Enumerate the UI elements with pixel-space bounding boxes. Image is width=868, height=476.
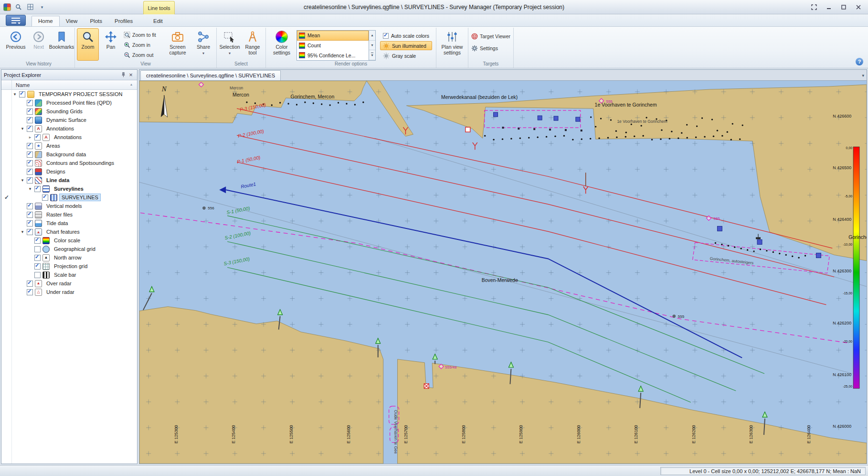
scroll-up-icon[interactable]	[369, 31, 375, 41]
share-button[interactable]: Share	[192, 28, 214, 61]
zoom-button[interactable]: Zoom	[77, 28, 99, 61]
visibility-checkbox[interactable]	[27, 281, 33, 287]
tree-item-north-arrow[interactable]: North arrow	[1, 253, 137, 262]
app-logo-icon[interactable]	[3, 3, 11, 11]
tree-item-areas[interactable]: Areas	[1, 141, 137, 150]
statistic-option-confidence[interactable]: 95% Confidence Le...	[297, 50, 369, 60]
expand-arrow-icon[interactable]	[20, 178, 25, 183]
pin-icon[interactable]	[119, 71, 127, 79]
help-button[interactable]: ?	[856, 58, 863, 65]
expand-arrow-icon[interactable]	[20, 126, 25, 131]
visibility-checkbox[interactable]	[34, 238, 41, 244]
map-canvas[interactable]: NMerconMerconGorinchem, MerconMerwedekan…	[139, 80, 867, 464]
range-tool-button[interactable]: Range tool	[242, 28, 264, 61]
zoom-tool-icon[interactable]	[13, 3, 23, 11]
visibility-checkbox[interactable]	[27, 126, 33, 132]
customize-qat-caret-icon[interactable]	[37, 3, 47, 11]
layout-icon[interactable]	[25, 3, 35, 11]
color-settings-button[interactable]: Color settings	[268, 28, 296, 61]
tree-item-dynamic-surface[interactable]: Dynamic Surface	[1, 116, 137, 124]
tree-item-line-data[interactable]: Line data	[1, 176, 137, 184]
tree-item-surveylines[interactable]: Surveylines	[1, 184, 137, 193]
visibility-checkbox[interactable]	[34, 134, 41, 141]
tree-item-annotations[interactable]: Annotations	[1, 124, 137, 133]
pan-button[interactable]: Pan	[100, 28, 122, 61]
auto-scale-checkbox[interactable]	[383, 33, 389, 39]
tree-item-annotations[interactable]: Annotations	[1, 133, 137, 141]
zoom-out-button[interactable]: Zoom out	[123, 51, 163, 59]
plan-view-settings-button[interactable]: Plan view settings	[438, 28, 466, 61]
tree-item-projection-grid[interactable]: Projection grid	[1, 262, 137, 270]
target-viewer-button[interactable]: Target Viewer	[470, 32, 511, 41]
auto-scale-colors-toggle[interactable]: Auto scale colors	[380, 31, 432, 40]
tree-item-over-radar[interactable]: Over radar	[1, 279, 137, 288]
expand-arrow-icon[interactable]	[12, 92, 18, 97]
expand-gallery-icon[interactable]	[369, 50, 375, 60]
tree-item-tide-data[interactable]: Tide data	[1, 219, 137, 227]
sun-illuminated-toggle[interactable]: Sun illuminated	[380, 41, 432, 50]
previous-button[interactable]: Previous	[5, 28, 27, 61]
tab-plots[interactable]: Plots	[84, 16, 108, 26]
scroll-down-icon[interactable]	[369, 41, 375, 51]
tree-item-scale-bar[interactable]: Scale bar	[1, 270, 137, 279]
tab-profiles[interactable]: Profiles	[108, 16, 139, 26]
application-menu-button[interactable]	[6, 15, 26, 26]
tree-item-contours-and-spotsoundings[interactable]: Contours and Spotsoundings	[1, 159, 137, 167]
visibility-checkbox[interactable]	[27, 108, 33, 115]
visibility-checkbox[interactable]	[27, 151, 33, 158]
tree-item-processed-point-files-qpd-[interactable]: Processed Point files (QPD)	[1, 98, 137, 107]
tab-view[interactable]: View	[60, 16, 84, 26]
expand-arrow-icon[interactable]	[27, 186, 33, 191]
tree-item-surveylines[interactable]: SURVEYLINES	[1, 193, 137, 202]
expand-arrow-icon[interactable]	[20, 229, 25, 234]
visibility-checkbox[interactable]	[27, 212, 33, 218]
maximize-button[interactable]	[837, 2, 850, 12]
tab-home[interactable]: Home	[32, 16, 60, 26]
close-panel-icon[interactable]	[127, 71, 135, 79]
visibility-checkbox[interactable]	[34, 186, 41, 192]
expand-arrow-icon[interactable]	[27, 135, 33, 140]
tree-item-geographical-grid[interactable]: Geographical grid	[1, 245, 137, 253]
tree-item-color-scale[interactable]: Color scale	[1, 236, 137, 245]
visibility-checkbox[interactable]	[27, 220, 33, 227]
gray-scale-toggle[interactable]: Gray scale	[380, 51, 432, 60]
close-button[interactable]	[852, 2, 865, 12]
visibility-checkbox[interactable]	[34, 246, 41, 252]
visibility-checkbox[interactable]	[27, 160, 33, 166]
visibility-checkbox[interactable]	[34, 272, 41, 278]
zoom-to-fit-button[interactable]: Zoom to fit	[123, 31, 163, 39]
tree-item-under-radar[interactable]: Under radar	[1, 288, 137, 296]
visibility-checkbox[interactable]	[27, 203, 33, 209]
settings-button[interactable]: Settings	[470, 44, 511, 53]
tab-list-caret-icon[interactable]	[862, 72, 864, 78]
name-column-header[interactable]: Name	[1, 80, 137, 90]
visibility-checkbox[interactable]	[27, 169, 33, 175]
zoom-in-button[interactable]: Zoom in	[123, 41, 163, 49]
visibility-checkbox[interactable]	[19, 91, 25, 97]
visibility-checkbox[interactable]	[34, 263, 41, 270]
map-tab[interactable]: createlinesonline \ Surveylines.qgfline …	[140, 70, 281, 80]
visibility-checkbox[interactable]	[34, 255, 41, 261]
screen-capture-button[interactable]: Screen capture	[164, 28, 191, 61]
visibility-checkbox[interactable]	[27, 143, 33, 149]
minimize-button[interactable]	[822, 2, 836, 12]
visibility-checkbox[interactable]	[27, 117, 33, 123]
tree-item-temporary-project-session[interactable]: TEMPORARY PROJECT SESSION	[1, 90, 137, 98]
selection-button[interactable]: Selection	[219, 28, 241, 61]
next-button[interactable]: Next	[28, 28, 50, 61]
bookmarks-button[interactable]: Bookmarks	[51, 28, 73, 61]
tree-item-designs[interactable]: Designs	[1, 167, 137, 176]
visibility-checkbox[interactable]	[27, 289, 33, 295]
tab-edit[interactable]: Edit	[146, 16, 170, 26]
tree-item-sounding-grids[interactable]: Sounding Grids	[1, 107, 137, 116]
fullscreen-button[interactable]	[807, 2, 821, 12]
statistic-option-count[interactable]: Count	[297, 41, 369, 51]
tree-item-raster-files[interactable]: Raster files	[1, 210, 137, 219]
visibility-checkbox[interactable]	[27, 100, 33, 106]
statistic-option-mean[interactable]: Mean	[297, 31, 369, 41]
tree-item-vertical-models[interactable]: Vertical models	[1, 202, 137, 210]
tree-item-chart-features[interactable]: Chart features	[1, 227, 137, 236]
visibility-checkbox[interactable]	[27, 177, 33, 184]
visibility-checkbox[interactable]	[27, 229, 33, 235]
visibility-checkbox[interactable]	[42, 195, 48, 201]
